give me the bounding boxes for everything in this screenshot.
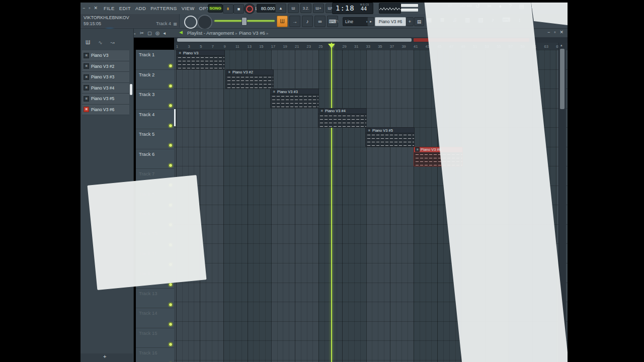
track-name-label: Track 3 xyxy=(139,92,154,97)
pattern-clip[interactable]: ≣Piano V3 #4 xyxy=(318,108,367,128)
shuffle-knob[interactable] xyxy=(184,16,197,29)
breadcrumb-separator2: ▸ xyxy=(265,31,270,36)
audio-tab-icon[interactable]: ∿ xyxy=(98,40,102,45)
track-name-label: Track 13 xyxy=(139,291,157,296)
playlist-minimize-button[interactable]: − xyxy=(547,30,550,35)
pattern-list-item[interactable]: ≣Piano V3 xyxy=(82,50,129,61)
add-pattern-plus-button[interactable]: + xyxy=(103,353,106,359)
clip-pattern-icon: ≣ xyxy=(227,70,231,74)
pattern-clip[interactable]: ≣Piano V3 #3 xyxy=(270,88,319,108)
track-mute-led[interactable] xyxy=(169,104,173,108)
pattern-list-item[interactable]: ≣Piano V3 #2 xyxy=(82,61,129,72)
track-mute-led[interactable] xyxy=(169,143,173,147)
track-header[interactable]: Track 2 xyxy=(136,70,174,90)
stop-icon: ■ xyxy=(237,7,240,12)
breadcrumb[interactable]: Playlist - Arrangement▸Piano V3 #6▸ xyxy=(187,30,270,36)
scroll-up-icon[interactable]: ▴ xyxy=(560,43,562,47)
snap-selector[interactable]: Line ▸ xyxy=(343,17,371,26)
track-header[interactable]: Track 16 xyxy=(136,348,174,362)
picker-tabs: Ш∿↝ xyxy=(86,40,115,45)
stop-button[interactable]: ■ xyxy=(233,4,244,14)
hscroll-thumb[interactable] xyxy=(177,38,412,42)
zoom-tool-icon[interactable]: ◎ xyxy=(155,29,159,37)
track-mute-led[interactable] xyxy=(169,124,173,128)
master-pitch-knob[interactable] xyxy=(197,15,212,30)
countdown-icon[interactable]: 3.2. xyxy=(300,4,311,13)
pattern-list-item[interactable]: ≣Piano V3 #4 xyxy=(82,83,129,94)
metronome-icon[interactable]: ▲ xyxy=(275,4,286,13)
white-overlay-corner xyxy=(531,0,568,25)
pattern-clip[interactable]: ≣Piano V3 #5 xyxy=(365,127,415,147)
menu-item-file[interactable]: FILE xyxy=(104,6,115,11)
pause-icon: ‖ xyxy=(227,7,229,11)
pattern-fx-button[interactable]: Ш xyxy=(277,16,288,27)
pattern-clip[interactable]: ≣Piano V3 xyxy=(176,50,225,69)
close-button[interactable]: ✕ xyxy=(94,6,98,11)
track-header[interactable]: Track 4 xyxy=(136,110,174,130)
track-mute-led[interactable] xyxy=(169,322,173,326)
track-header[interactable]: Track 5 xyxy=(136,129,174,149)
pattern-icon: ≣ xyxy=(84,96,89,102)
pattern-selector[interactable]: Piano V3 #6 xyxy=(375,17,406,26)
breadcrumb-separator: ▸ xyxy=(234,31,239,36)
slice-tool-icon[interactable]: ✂ xyxy=(140,29,144,37)
typing-to-piano-icon[interactable]: Ш+ xyxy=(313,4,324,13)
track-header[interactable]: Track 13 xyxy=(136,289,174,309)
wait-for-input-icon[interactable]: Ш xyxy=(288,4,299,13)
track-header[interactable]: Track 1 xyxy=(136,50,174,70)
patterns-tab-icon[interactable]: Ш xyxy=(86,40,90,45)
automation-tab-icon[interactable]: ↝ xyxy=(111,40,115,45)
song-mode-button[interactable]: SONG xyxy=(208,4,223,13)
clip-name-label: Piano V3 #5 xyxy=(372,128,393,133)
playback-tool-icon[interactable]: ◂ xyxy=(163,29,166,37)
record-button[interactable] xyxy=(244,4,255,14)
playlist-close-button[interactable]: ✕ xyxy=(559,30,564,35)
clip-header: ≣Piano V3 #5 xyxy=(366,128,414,133)
select-tool-icon[interactable]: ▢ xyxy=(147,29,152,37)
track-header[interactable]: Track 14 xyxy=(136,308,174,328)
ruler-bar-number: 31 xyxy=(354,44,358,49)
ruler-bar-number: 37 xyxy=(390,44,394,49)
track-name-label: Track 2 xyxy=(139,72,154,77)
track-name-label: Track 7 xyxy=(139,171,154,176)
slide-note-button[interactable]: ♪ xyxy=(302,16,313,27)
pattern-prev-button[interactable]: ▸ xyxy=(367,17,374,26)
step-edit-button[interactable]: → xyxy=(289,16,300,27)
vscroll-thumb[interactable] xyxy=(560,49,565,109)
ruler-bar-number: 35 xyxy=(378,44,382,49)
minimize-button[interactable]: − xyxy=(83,6,85,11)
menu-item-view[interactable]: VIEW xyxy=(182,6,195,11)
menu-item-edit[interactable]: EDIT xyxy=(119,6,131,11)
track-mute-led[interactable] xyxy=(169,84,173,88)
pattern-list-item[interactable]: ≣Piano V3 #3 xyxy=(82,72,129,83)
add-pattern-button[interactable]: + xyxy=(406,17,414,26)
pattern-clip[interactable]: ≣Piano V3 #2 xyxy=(225,69,274,89)
track-mute-led[interactable] xyxy=(169,303,173,307)
mixer-button[interactable]: ▤ xyxy=(414,17,424,26)
track-header[interactable]: Track 3 xyxy=(136,89,174,110)
pattern-list-item[interactable]: ≣Piano V3 #6 xyxy=(82,105,129,116)
track-header[interactable]: Track 6 xyxy=(136,149,174,169)
track-mute-led[interactable] xyxy=(169,342,173,346)
pause-button[interactable]: ‖ xyxy=(223,4,233,14)
clip-header: ≣Piano V3 #3 xyxy=(271,89,318,95)
pattern-list: ≣Piano V3≣Piano V3 #2≣Piano V3 #3≣Piano … xyxy=(82,50,129,115)
track-header[interactable]: Track 15 xyxy=(136,328,174,348)
ruler-bar-number: 5 xyxy=(200,44,202,49)
track-mute-led[interactable] xyxy=(169,64,173,68)
link-button[interactable]: ∞ xyxy=(314,16,326,27)
pattern-list-item[interactable]: ≣Piano V3 #5 xyxy=(82,94,129,105)
playlist-window-controls: −▫✕ xyxy=(547,30,564,35)
fl-studio-screenshot: −▫✕ FILEEDITADDPATTERNSVIEWOPTIONSTOOLSH… xyxy=(0,0,644,362)
letterbox-right xyxy=(568,0,644,362)
track-mute-led[interactable] xyxy=(169,163,173,167)
picker-scrollbar[interactable] xyxy=(130,84,132,95)
menu-item-add[interactable]: ADD xyxy=(135,6,146,11)
master-volume-thumb[interactable] xyxy=(242,17,247,26)
menu-item-patterns[interactable]: PATTERNS xyxy=(150,6,177,11)
playhead-marker[interactable] xyxy=(328,44,335,48)
restore-button[interactable]: ▫ xyxy=(89,6,90,11)
clip-name-label: Piano V3 #4 xyxy=(325,109,346,113)
hint-track-label: Track 4 xyxy=(156,21,171,26)
playlist-restore-button[interactable]: ▫ xyxy=(554,30,555,35)
